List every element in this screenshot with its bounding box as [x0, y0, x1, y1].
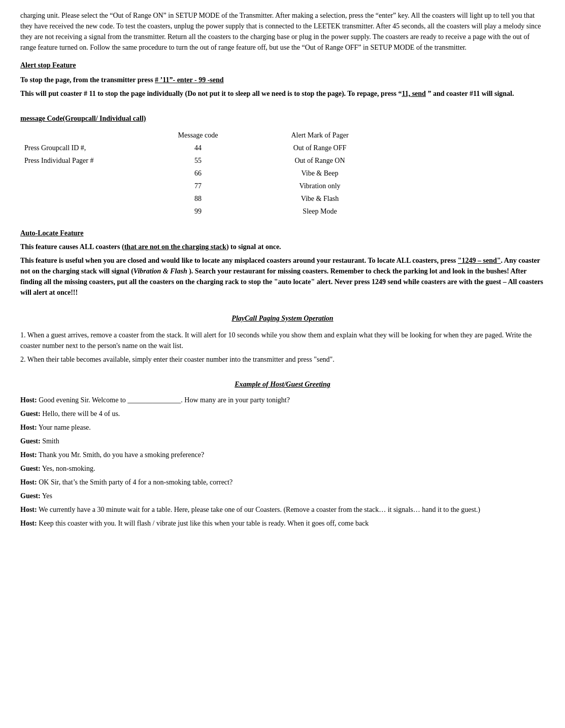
playcall-para2: 2. When their table becomes available, s… [20, 354, 545, 365]
table-row: 88Vibe & Flash [20, 192, 396, 205]
table-row: 66Vibe & Beep [20, 167, 396, 180]
auto-locate-line2: This feature is useful when you are clos… [20, 255, 545, 298]
dialogue-container: Host: Good evening Sir. Welcome to _____… [20, 395, 545, 529]
dialogue-line: Host: Your name please. [20, 422, 545, 433]
playcall-para1: 1. When a guest arrives, remove a coaste… [20, 330, 545, 351]
table-row: Press Groupcall ID #,44Out of Range OFF [20, 142, 396, 154]
message-code-table: Message code Alert Mark of Pager Press G… [20, 129, 545, 218]
message-code-heading: message Code(Groupcall/ Individual call) [20, 113, 545, 124]
dialogue-line: Host: OK Sir, that’s the Smith party of … [20, 477, 545, 488]
table-row: 99Sleep Mode [20, 205, 396, 218]
dialogue-line: Host: Keep this coaster with you. It wil… [20, 518, 545, 529]
dialogue-line: Host: We currently have a 30 minute wait… [20, 504, 545, 515]
auto-locate-line1: This feature causes ALL coasters (that a… [20, 241, 545, 252]
alert-stop-line2: This will put coaster # 11 to stop the p… [20, 88, 545, 99]
table-col3-header: Alert Mark of Pager [244, 129, 396, 142]
example-heading: Example of Host/Guest Greeting [20, 379, 545, 390]
alert-stop-line1: To stop the page, from the transmitter p… [20, 75, 545, 85]
dialogue-line: Guest: Smith [20, 436, 545, 446]
dialogue-line: Host: Thank you Mr. Smith, do you have a… [20, 449, 545, 460]
table-col2-header: Message code [152, 129, 244, 142]
dialogue-line: Guest: Yes, non-smoking. [20, 463, 545, 474]
table-row: Press Individual Pager #55Out of Range O… [20, 154, 396, 167]
intro-paragraph: charging unit. Please select the “Out of… [20, 10, 545, 53]
dialogue-line: Guest: Hello, there will be 4 of us. [20, 408, 545, 419]
playcall-heading: PlayCall Paging System Operation [20, 313, 545, 324]
dialogue-line: Host: Good evening Sir. Welcome to _____… [20, 395, 545, 405]
table-row: 77Vibration only [20, 180, 396, 192]
alert-stop-heading: Alert stop Feature [20, 60, 545, 71]
dialogue-line: Guest: Yes [20, 491, 545, 501]
auto-locate-heading: Auto-Locate Feature [20, 228, 545, 238]
